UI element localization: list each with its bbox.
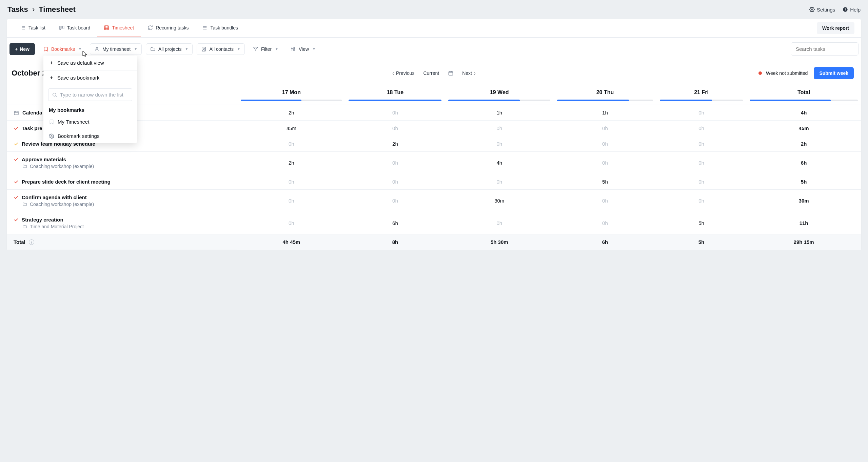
new-button[interactable]: + New xyxy=(9,43,35,55)
col-fri: 21 Fri xyxy=(656,84,746,105)
week-status-label: Week not submitted xyxy=(766,70,808,76)
time-cell[interactable]: 0h xyxy=(656,136,746,152)
time-cell[interactable]: 0h xyxy=(237,212,345,234)
previous-button[interactable]: ‹ Previous xyxy=(392,70,414,76)
check-icon xyxy=(14,157,18,162)
svg-point-28 xyxy=(294,47,295,48)
time-cell[interactable]: 2h xyxy=(345,136,445,152)
search-input[interactable] xyxy=(791,42,859,56)
info-icon[interactable]: i xyxy=(29,239,34,245)
time-cell[interactable]: 1h xyxy=(445,105,554,121)
time-cell[interactable]: 5h xyxy=(554,174,656,190)
task-label: Confirm agenda with client xyxy=(22,194,87,200)
time-cell[interactable]: 0h xyxy=(445,212,554,234)
task-project: Time and Material Project xyxy=(30,224,84,229)
time-cell[interactable]: 1h xyxy=(554,105,656,121)
folder-icon xyxy=(150,46,156,52)
time-cell[interactable]: 0h xyxy=(237,174,345,190)
save-as-bookmark[interactable]: ＋ Save as bookmark xyxy=(43,70,137,85)
time-cell[interactable]: 0h xyxy=(656,121,746,136)
all-projects-label: All projects xyxy=(158,46,181,52)
work-report-button[interactable]: Work report xyxy=(817,22,854,34)
current-button[interactable]: Current xyxy=(423,70,439,76)
svg-point-22 xyxy=(203,48,204,49)
time-cell: 30m xyxy=(746,190,861,212)
table-row[interactable]: Confirm agenda with clientCoaching works… xyxy=(7,190,861,212)
time-cell[interactable]: 5h xyxy=(656,212,746,234)
bookmarks-button[interactable]: Bookmarks ▼ xyxy=(39,44,86,55)
task-label: Strategy creation xyxy=(22,217,63,223)
time-cell[interactable]: 0h xyxy=(554,152,656,174)
tab-timesheet[interactable]: Timesheet xyxy=(97,19,141,37)
tab-bundles[interactable]: Task bundles xyxy=(195,19,245,37)
time-cell[interactable]: 0h xyxy=(445,136,554,152)
next-button[interactable]: Next › xyxy=(462,70,475,76)
time-cell[interactable]: 0h xyxy=(554,190,656,212)
time-cell[interactable]: 0h xyxy=(445,174,554,190)
time-cell[interactable]: 0h xyxy=(554,136,656,152)
time-cell[interactable]: 0h xyxy=(237,190,345,212)
time-cell[interactable]: 0h xyxy=(656,152,746,174)
all-projects-button[interactable]: All projects ▼ xyxy=(146,43,193,55)
table-row[interactable]: Strategy creationTime and Material Proje… xyxy=(7,212,861,234)
time-cell[interactable]: 0h xyxy=(345,105,445,121)
list-icon xyxy=(20,25,26,30)
calendar-picker-button[interactable] xyxy=(448,70,453,76)
bookmark-item-label: My Timesheet xyxy=(58,119,89,125)
svg-text:?: ? xyxy=(844,8,846,11)
time-cell[interactable]: 0h xyxy=(445,121,554,136)
time-cell[interactable]: 4h xyxy=(445,152,554,174)
chevron-down-icon: ▼ xyxy=(134,47,137,51)
gear-icon xyxy=(809,7,815,12)
table-row[interactable]: Approve materialsCoaching workshop (exam… xyxy=(7,152,861,174)
time-cell[interactable]: 6h xyxy=(345,212,445,234)
time-cell[interactable]: 0h xyxy=(345,121,445,136)
bookmark-settings-label: Bookmark settings xyxy=(58,133,99,139)
save-default-label: Save as default view xyxy=(57,60,104,66)
time-cell[interactable]: 0h xyxy=(656,190,746,212)
time-cell[interactable]: 0h xyxy=(345,190,445,212)
time-cell[interactable]: 0h xyxy=(554,121,656,136)
tab-task-board[interactable]: Task board xyxy=(52,19,97,37)
sliders-icon xyxy=(291,46,296,52)
breadcrumb-root[interactable]: Tasks xyxy=(7,5,28,14)
time-cell[interactable]: 0h xyxy=(237,136,345,152)
time-cell[interactable]: 0h xyxy=(656,105,746,121)
svg-point-27 xyxy=(293,49,294,50)
settings-link[interactable]: Settings xyxy=(809,7,835,13)
totals-total: 29h 15m xyxy=(746,234,861,250)
tab-task-list[interactable]: Task list xyxy=(14,19,52,37)
bookmark-search-input[interactable] xyxy=(60,92,129,98)
filter-button[interactable]: Filter ▼ xyxy=(249,44,282,55)
search-icon xyxy=(52,92,57,98)
bookmark-item-my-timesheet[interactable]: My Timesheet xyxy=(43,115,137,129)
time-cell[interactable]: 2h xyxy=(237,152,345,174)
bookmark-settings[interactable]: Bookmark settings xyxy=(43,129,137,143)
save-bookmark-label: Save as bookmark xyxy=(57,75,99,81)
table-row[interactable]: Prepare slide deck for client meeting0h0… xyxy=(7,174,861,190)
time-cell[interactable]: 0h xyxy=(345,152,445,174)
totals-fri: 5h xyxy=(656,234,746,250)
time-cell[interactable]: 2h xyxy=(237,105,345,121)
tab-recurring[interactable]: Recurring tasks xyxy=(141,19,195,37)
time-cell[interactable]: 45m xyxy=(237,121,345,136)
help-link[interactable]: ? Help xyxy=(843,7,861,13)
svg-point-0 xyxy=(811,9,813,10)
check-icon xyxy=(14,195,18,200)
my-timesheet-label: My timesheet xyxy=(102,46,131,52)
totals-thu: 6h xyxy=(554,234,656,250)
all-contacts-button[interactable]: All contacts ▼ xyxy=(197,43,245,55)
submit-week-button[interactable]: Submit week xyxy=(814,67,854,79)
view-button[interactable]: View ▼ xyxy=(287,44,320,55)
time-cell[interactable]: 30m xyxy=(445,190,554,212)
task-label: Approve materials xyxy=(22,156,66,162)
time-cell[interactable]: 0h xyxy=(554,212,656,234)
col-total: Total xyxy=(746,84,861,105)
gear-icon xyxy=(49,133,54,139)
time-cell[interactable]: 0h xyxy=(656,174,746,190)
all-contacts-label: All contacts xyxy=(209,46,234,52)
svg-point-20 xyxy=(96,47,98,49)
my-timesheet-button[interactable]: My timesheet ▼ xyxy=(90,43,142,55)
time-cell[interactable]: 0h xyxy=(345,174,445,190)
save-default-view[interactable]: ＋ Save as default view xyxy=(43,56,137,70)
